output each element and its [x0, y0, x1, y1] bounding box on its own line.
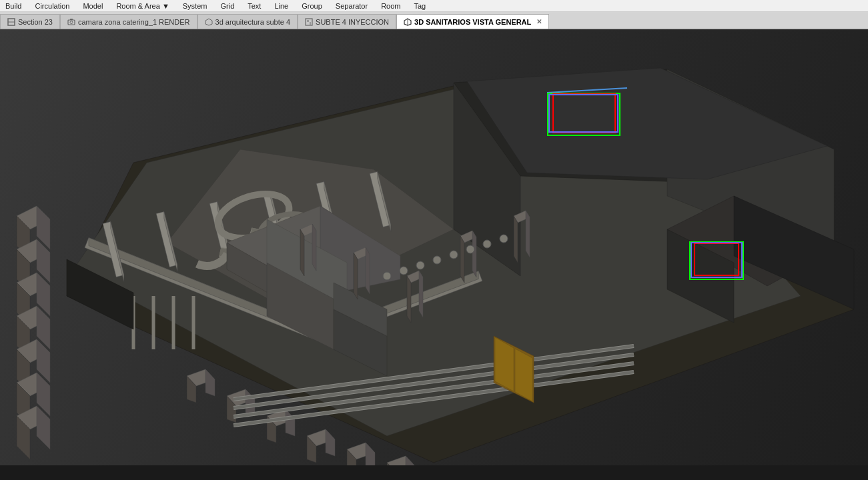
section-icon [7, 18, 15, 26]
tab-subte4-label: SUBTE 4 INYECCION [316, 18, 389, 26]
svg-rect-8 [310, 22, 311, 25]
tab-section23-label: Section 23 [18, 18, 53, 26]
menu-build[interactable]: Build [3, 2, 24, 10]
3d-arq-icon [205, 18, 213, 26]
menu-model[interactable]: Model [80, 2, 105, 10]
tab-3d-san[interactable]: 3D SANITARIOS VISTA GENERAL ✕ [396, 14, 549, 29]
tab-subte4[interactable]: SUBTE 4 INYECCION [298, 14, 396, 29]
menu-text[interactable]: Text [245, 2, 264, 10]
tab-3d-san-label: 3D SANITARIOS VISTA GENERAL [414, 18, 531, 26]
menu-room-area[interactable]: Room & Area ▼ [113, 2, 171, 10]
svg-rect-4 [70, 19, 73, 20]
tab-bar: Section 23 camara zona catering_1 RENDER… [0, 12, 868, 29]
menu-tag[interactable]: Tag [411, 2, 428, 10]
highlight-box-blue-1 [548, 94, 618, 133]
3d-san-icon [404, 18, 412, 26]
menu-grid[interactable]: Grid [218, 2, 237, 10]
menu-circulation[interactable]: Circulation [32, 2, 72, 10]
menu-room[interactable]: Room [378, 2, 403, 10]
menu-line[interactable]: Line [272, 2, 291, 10]
tab-camara-label: camara zona catering_1 RENDER [78, 18, 190, 26]
menu-separator[interactable]: Separator [333, 2, 370, 10]
menu-bar: Build Circulation Model Room & Area ▼ Sy… [0, 0, 868, 12]
plan-icon [305, 18, 313, 26]
tab-3d-arq[interactable]: 3d arquitectura subte 4 [197, 14, 298, 29]
tab-3d-arq-label: 3d arquitectura subte 4 [215, 18, 291, 26]
main-viewport[interactable] [0, 29, 868, 465]
svg-marker-5 [205, 19, 212, 25]
menu-system[interactable]: System [180, 2, 210, 10]
svg-point-3 [70, 21, 73, 23]
tab-camara[interactable]: camara zona catering_1 RENDER [60, 14, 197, 29]
svg-rect-7 [307, 20, 309, 22]
tab-section23[interactable]: Section 23 [0, 14, 60, 29]
camera-icon [67, 18, 75, 26]
tab-close-button[interactable]: ✕ [536, 18, 542, 25]
highlight-box-blue-2 [691, 242, 743, 278]
menu-group[interactable]: Group [299, 2, 325, 10]
